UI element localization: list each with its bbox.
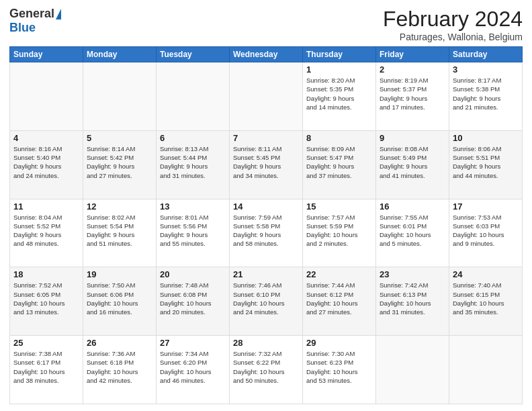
day-info: Sunrise: 7:38 AM Sunset: 6:17 PM Dayligh… [13,349,79,385]
day-info: Sunrise: 8:01 AM Sunset: 5:56 PM Dayligh… [160,213,226,248]
day-number: 23 [380,269,445,279]
calendar-cell: 3Sunrise: 8:17 AM Sunset: 5:38 PM Daylig… [449,62,523,131]
calendar-cell [449,336,523,404]
calendar-cell [157,62,230,131]
calendar-cell: 13Sunrise: 8:01 AM Sunset: 5:56 PM Dayli… [157,199,230,267]
day-info: Sunrise: 8:09 AM Sunset: 5:47 PM Dayligh… [306,144,372,180]
calendar-week-row: 25Sunrise: 7:38 AM Sunset: 6:17 PM Dayli… [10,336,523,404]
calendar-cell: 17Sunrise: 7:53 AM Sunset: 6:03 PM Dayli… [449,199,523,267]
day-info: Sunrise: 8:19 AM Sunset: 5:37 PM Dayligh… [380,76,445,111]
calendar-cell [376,336,449,404]
header-day-sunday: Sunday [10,47,83,62]
day-number: 1 [306,64,372,75]
day-info: Sunrise: 7:57 AM Sunset: 5:59 PM Dayligh… [306,213,372,248]
calendar-cell: 18Sunrise: 7:52 AM Sunset: 6:05 PM Dayli… [10,267,83,336]
day-number: 14 [233,201,299,212]
logo: General Blue [9,7,61,35]
day-number: 4 [13,133,79,143]
calendar-cell: 23Sunrise: 7:42 AM Sunset: 6:13 PM Dayli… [376,267,449,336]
header-day-tuesday: Tuesday [157,47,230,62]
header-day-wednesday: Wednesday [230,47,303,62]
day-info: Sunrise: 8:16 AM Sunset: 5:40 PM Dayligh… [13,144,79,180]
header-day-saturday: Saturday [449,47,523,62]
calendar-cell: 26Sunrise: 7:36 AM Sunset: 6:18 PM Dayli… [83,336,157,404]
day-number: 6 [160,133,226,143]
calendar-cell [83,62,157,131]
day-info: Sunrise: 7:59 AM Sunset: 5:58 PM Dayligh… [233,213,299,248]
calendar-cell: 20Sunrise: 7:48 AM Sunset: 6:08 PM Dayli… [157,267,230,336]
day-number: 11 [13,201,79,212]
day-info: Sunrise: 7:46 AM Sunset: 6:10 PM Dayligh… [233,281,299,316]
calendar-cell: 25Sunrise: 7:38 AM Sunset: 6:17 PM Dayli… [10,336,83,404]
title-block: February 2024 Paturages, Wallonia, Belgi… [383,7,523,42]
calendar-cell: 29Sunrise: 7:30 AM Sunset: 6:23 PM Dayli… [303,336,376,404]
calendar-cell: 5Sunrise: 8:14 AM Sunset: 5:42 PM Daylig… [83,130,157,199]
day-number: 24 [453,269,519,279]
day-info: Sunrise: 7:52 AM Sunset: 6:05 PM Dayligh… [13,281,79,316]
day-number: 21 [233,269,299,279]
day-number: 18 [13,269,79,279]
calendar-week-row: 18Sunrise: 7:52 AM Sunset: 6:05 PM Dayli… [10,267,523,336]
logo-text: General [9,7,61,21]
calendar-cell: 9Sunrise: 8:08 AM Sunset: 5:49 PM Daylig… [376,130,449,199]
day-info: Sunrise: 7:42 AM Sunset: 6:13 PM Dayligh… [380,281,445,316]
header-day-friday: Friday [376,47,449,62]
header-day-monday: Monday [83,47,157,62]
day-number: 20 [160,269,226,279]
day-number: 5 [87,133,152,143]
calendar-cell: 1Sunrise: 8:20 AM Sunset: 5:35 PM Daylig… [303,62,376,131]
calendar-cell: 8Sunrise: 8:09 AM Sunset: 5:47 PM Daylig… [303,130,376,199]
calendar-cell: 15Sunrise: 7:57 AM Sunset: 5:59 PM Dayli… [303,199,376,267]
day-number: 7 [233,133,299,143]
day-info: Sunrise: 7:40 AM Sunset: 6:15 PM Dayligh… [453,281,519,316]
day-number: 15 [306,201,372,212]
day-info: Sunrise: 8:20 AM Sunset: 5:35 PM Dayligh… [306,76,372,111]
calendar-table: SundayMondayTuesdayWednesdayThursdayFrid… [9,46,523,404]
day-number: 25 [13,338,79,348]
header: General Blue February 2024 Paturages, Wa… [9,7,523,42]
calendar-header-row: SundayMondayTuesdayWednesdayThursdayFrid… [10,47,523,62]
calendar-week-row: 4Sunrise: 8:16 AM Sunset: 5:40 PM Daylig… [10,130,523,199]
day-number: 13 [160,201,226,212]
day-number: 8 [306,133,372,143]
calendar-cell: 4Sunrise: 8:16 AM Sunset: 5:40 PM Daylig… [10,130,83,199]
day-info: Sunrise: 7:55 AM Sunset: 6:01 PM Dayligh… [380,213,445,248]
day-number: 17 [453,201,519,212]
day-info: Sunrise: 8:17 AM Sunset: 5:38 PM Dayligh… [453,76,519,111]
day-number: 2 [380,64,445,75]
logo-triangle-icon [56,9,61,19]
day-number: 19 [87,269,152,279]
calendar-cell: 14Sunrise: 7:59 AM Sunset: 5:58 PM Dayli… [230,199,303,267]
calendar-cell: 12Sunrise: 8:02 AM Sunset: 5:54 PM Dayli… [83,199,157,267]
logo-general-text: General [9,7,54,21]
day-info: Sunrise: 8:02 AM Sunset: 5:54 PM Dayligh… [87,213,152,248]
day-info: Sunrise: 8:13 AM Sunset: 5:44 PM Dayligh… [160,144,226,180]
day-number: 29 [306,338,372,348]
header-day-thursday: Thursday [303,47,376,62]
calendar-cell: 2Sunrise: 8:19 AM Sunset: 5:37 PM Daylig… [376,62,449,131]
day-info: Sunrise: 7:44 AM Sunset: 6:12 PM Dayligh… [306,281,372,316]
calendar-cell: 24Sunrise: 7:40 AM Sunset: 6:15 PM Dayli… [449,267,523,336]
day-info: Sunrise: 7:32 AM Sunset: 6:22 PM Dayligh… [233,349,299,385]
day-info: Sunrise: 7:50 AM Sunset: 6:06 PM Dayligh… [87,281,152,316]
calendar-cell: 10Sunrise: 8:06 AM Sunset: 5:51 PM Dayli… [449,130,523,199]
page: General Blue February 2024 Paturages, Wa… [0,0,532,411]
calendar-title: February 2024 [383,7,523,32]
day-number: 3 [453,64,519,75]
calendar-cell: 21Sunrise: 7:46 AM Sunset: 6:10 PM Dayli… [230,267,303,336]
day-number: 10 [453,133,519,143]
day-info: Sunrise: 7:36 AM Sunset: 6:18 PM Dayligh… [87,349,152,385]
day-number: 27 [160,338,226,348]
calendar-cell: 11Sunrise: 8:04 AM Sunset: 5:52 PM Dayli… [10,199,83,267]
day-info: Sunrise: 7:48 AM Sunset: 6:08 PM Dayligh… [160,281,226,316]
calendar-cell: 7Sunrise: 8:11 AM Sunset: 5:45 PM Daylig… [230,130,303,199]
day-info: Sunrise: 8:11 AM Sunset: 5:45 PM Dayligh… [233,144,299,180]
day-number: 9 [380,133,445,143]
day-info: Sunrise: 8:04 AM Sunset: 5:52 PM Dayligh… [13,213,79,248]
calendar-cell [230,62,303,131]
day-info: Sunrise: 8:08 AM Sunset: 5:49 PM Dayligh… [380,144,445,180]
calendar-cell: 27Sunrise: 7:34 AM Sunset: 6:20 PM Dayli… [157,336,230,404]
calendar-cell: 16Sunrise: 7:55 AM Sunset: 6:01 PM Dayli… [376,199,449,267]
calendar-cell: 22Sunrise: 7:44 AM Sunset: 6:12 PM Dayli… [303,267,376,336]
calendar-cell: 28Sunrise: 7:32 AM Sunset: 6:22 PM Dayli… [230,336,303,404]
